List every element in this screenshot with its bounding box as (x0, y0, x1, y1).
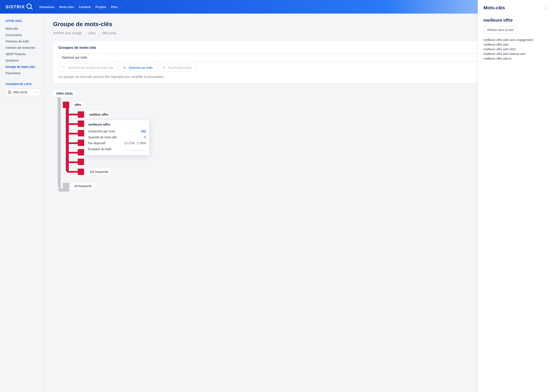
sidebar-item-concurrents[interactable]: Concurrents (6, 32, 40, 38)
tooltip-evolution-label: Évolution du trafic (88, 147, 112, 151)
tree-tooltip: meilleure offre recherches par mois 242 … (85, 120, 150, 155)
chevron-right-icon: › (84, 31, 85, 35)
list-icon (163, 66, 166, 69)
show-in-list-button[interactable]: Afficher dans la liste (483, 26, 517, 34)
tree-bottom-keywords[interactable]: 40 Keywords (71, 183, 94, 189)
tooltip-title: meilleure offre (88, 123, 146, 126)
nav-content[interactable]: Content (79, 5, 91, 9)
main-content: Groupe de mots-clés SISTRIX pour Google … (45, 14, 552, 392)
breadcrumb-item[interactable]: Offre ADSL (102, 31, 117, 35)
sidebar-item-prevision[interactable]: Prévision de trafic (6, 38, 40, 45)
tree-node-box[interactable] (63, 102, 69, 108)
nav-plus[interactable]: Plus (111, 5, 122, 9)
svg-line-1 (31, 8, 32, 10)
nav-mots-cles[interactable]: Mots-clés (59, 5, 74, 9)
tree-node-offre[interactable]: offre (71, 101, 84, 108)
breadcrumb-item[interactable]: SISTRIX pour Google (53, 31, 82, 35)
top-header: SISTRIX Domaines Mots-clés Content Proje… (0, 0, 552, 14)
svg-rect-2 (125, 142, 127, 144)
google-icon (8, 91, 11, 94)
keyword-list-item[interactable]: meilleure offre adsl (483, 42, 546, 47)
keyword-tree: Offre ADSL offre meilleur offre (53, 90, 544, 200)
chevron-down-icon (119, 6, 122, 8)
tooltip-qty-value: 5 (144, 136, 146, 139)
panel-title: Groupes de mots-clés (58, 46, 538, 50)
sidebar-item-intention[interactable]: Intention de recherche (6, 45, 40, 51)
nav-projets[interactable]: Projets (95, 5, 106, 9)
brand-text: SISTRIX (6, 4, 25, 9)
tooltip-qty-label: Quantité de mots-clés (88, 136, 117, 139)
tree-node-box-grey[interactable] (63, 183, 69, 189)
optimize-select[interactable]: Optimisé par trafic (58, 53, 538, 62)
right-panel: × Mots-clés meilleure offre Afficher dan… (478, 0, 552, 392)
select-value: Optimisé par trafic (62, 56, 87, 59)
sidebar-item-mots-cles[interactable]: Mots-clés (6, 25, 40, 32)
tree-node-box[interactable] (78, 169, 84, 175)
sparkline-icon: ▁▁▁▁▁▁▁▁▁▁▁▁ (125, 148, 146, 151)
sort-asc-icon (123, 66, 127, 69)
keyword-list-item[interactable]: meilleure offre adsl sans engagement (483, 38, 546, 42)
breadcrumb: SISTRIX pour Google › Listes › Offre ADS… (53, 31, 544, 35)
right-panel-title: Mots-clés (483, 5, 546, 11)
tree-trunk (58, 97, 61, 189)
keyword-list-item[interactable]: meilleure offre adsl internet seul (483, 52, 546, 56)
sidebar-change-list-title: CHANGER DE LISTE (6, 83, 40, 86)
keyword-list-item[interactable]: meilleure offre adsl 2022 (483, 47, 546, 52)
sidebar-section-title: OFFRE ADSL (6, 20, 40, 22)
segment-none[interactable]: Pas d'optimisation (158, 64, 196, 72)
sort-desc-icon (62, 66, 66, 69)
search-icon (26, 3, 34, 11)
breadcrumb-item[interactable]: Listes (88, 31, 96, 35)
tree-node-box[interactable] (78, 111, 84, 118)
right-panel-subtitle: meilleure offre (483, 18, 546, 23)
panel-note: Les groupes de mots-clés peuvent être re… (58, 75, 538, 78)
segment-by-count[interactable]: Optimisé par nombre de mots-clés (58, 64, 117, 72)
keyword-list: meilleure offre adsl sans engagement mei… (483, 38, 546, 61)
sidebar-item-questions[interactable]: Questions (6, 57, 40, 64)
tree-leaf-meilleur-offre[interactable]: meilleur offre (86, 111, 111, 118)
tooltip-searches-label: recherches par mois (88, 130, 115, 133)
sidebar-nav-list: Mots-clés Concurrents Prévision de trafi… (6, 25, 40, 76)
left-sidebar: OFFRE ADSL Mots-clés Concurrents Prévisi… (0, 14, 45, 392)
segment-by-traffic[interactable]: Optimisé par trafic (119, 64, 157, 72)
top-nav: Domaines Mots-clés Content Projets Plus (39, 5, 122, 9)
tree-node-box[interactable] (78, 130, 84, 136)
close-icon[interactable]: × (545, 6, 547, 11)
tree-root[interactable]: Offre ADSL (53, 90, 76, 97)
tree-node-box[interactable] (78, 120, 84, 127)
tooltip-device-values: 17% 83% (124, 141, 146, 145)
sidebar-item-groupe[interactable]: Groupe de mots-clés (6, 64, 40, 70)
chevron-right-icon: › (98, 31, 99, 35)
sidebar-item-serp[interactable]: SERP Features (6, 51, 40, 57)
brand-logo[interactable]: SISTRIX (6, 3, 34, 11)
mobile-icon (136, 141, 139, 145)
nav-domaines[interactable]: Domaines (39, 5, 55, 9)
keyword-list-item[interactable]: meilleure offre adsl tv (483, 56, 546, 61)
segment-group: Optimisé par nombre de mots-clés Optimis… (58, 64, 538, 72)
chevron-down-icon (35, 91, 38, 94)
tree-node-box[interactable] (78, 140, 84, 146)
tree-node-box[interactable] (78, 149, 84, 155)
group-panel: Groupes de mots-clés Optimisé par trafic… (53, 41, 544, 83)
page-title: Groupe de mots-clés (53, 21, 544, 28)
tree-more-keywords[interactable]: 102 Keywords (86, 168, 111, 175)
sidebar-item-parametres[interactable]: Paramètres (6, 70, 40, 76)
svg-point-0 (27, 4, 31, 8)
list-selected-label: Offre ADSL (13, 91, 28, 94)
desktop-icon (124, 142, 128, 145)
list-selector[interactable]: Offre ADSL (6, 89, 40, 96)
tooltip-searches-value: 242 (141, 130, 146, 133)
tree-node-box[interactable] (78, 159, 84, 165)
tooltip-device-label: Par dispositif (88, 141, 105, 145)
